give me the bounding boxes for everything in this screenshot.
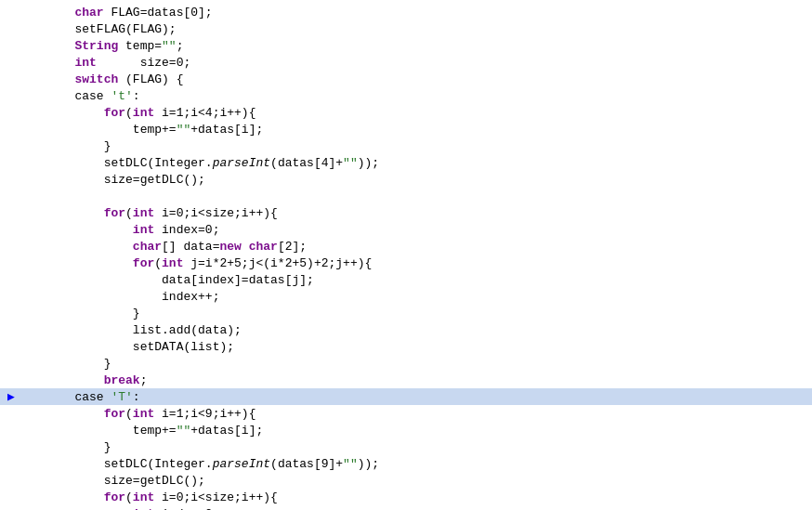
line-text: for(int i=1;i<9;i++){	[17, 407, 812, 421]
line-indicator	[7, 407, 15, 421]
code-line: }	[0, 438, 812, 455]
line-indicator: ▶	[7, 389, 15, 404]
line-indicator	[7, 106, 15, 120]
line-text: setDLC(Integer.parseInt(datas[9]+""));	[17, 457, 812, 471]
code-line: setDLC(Integer.parseInt(datas[9]+""));	[0, 455, 812, 472]
code-line: setDLC(Integer.parseInt(datas[4]+""));	[0, 154, 812, 171]
line-text: for(int i=1;i<4;i++){	[17, 106, 812, 120]
code-line: for(int i=1;i<9;i++){	[0, 405, 812, 422]
line-indicator	[7, 357, 15, 371]
line-text: char FLAG=datas[0];	[17, 6, 812, 20]
code-line: switch (FLAG) {	[0, 71, 812, 87]
line-indicator	[7, 507, 15, 511]
code-line: }	[0, 305, 812, 321]
line-text: for(int i=0;i<size;i++){	[17, 206, 812, 220]
code-line: size=getDLC();	[0, 171, 812, 188]
line-text: break;	[17, 373, 812, 387]
line-text: size=getDLC();	[17, 474, 812, 488]
code-editor: char FLAG=datas[0]; setFLAG(FLAG); Strin…	[0, 0, 812, 510]
line-indicator	[7, 323, 15, 337]
line-text: case 'T':	[17, 390, 812, 404]
code-line: int index=0;	[0, 505, 812, 510]
line-text: char[] data=new char[2];	[17, 240, 812, 254]
line-indicator	[7, 340, 15, 354]
code-line: char FLAG=datas[0];	[0, 4, 812, 20]
line-indicator	[7, 39, 15, 53]
code-line: list.add(data);	[0, 321, 812, 338]
line-indicator	[7, 173, 15, 187]
line-indicator	[7, 290, 15, 304]
code-line	[0, 188, 812, 204]
code-line: for(int i=1;i<4;i++){	[0, 104, 812, 121]
code-line: for(int i=0;i<size;i++){	[0, 489, 812, 505]
line-indicator	[7, 273, 15, 287]
line-indicator	[7, 440, 15, 454]
code-line: String temp="";	[0, 37, 812, 54]
line-text: String temp="";	[17, 39, 812, 53]
line-indicator	[7, 223, 15, 237]
line-text: switch (FLAG) {	[17, 72, 812, 86]
code-line: data[index]=datas[j];	[0, 271, 812, 288]
code-line: }	[0, 137, 812, 154]
line-indicator	[7, 123, 15, 137]
line-text: setDLC(Integer.parseInt(datas[4]+""));	[17, 156, 812, 170]
line-indicator	[7, 457, 15, 471]
line-text: setFLAG(FLAG);	[17, 22, 812, 36]
line-indicator	[7, 72, 15, 86]
line-indicator	[7, 56, 15, 70]
line-text: }	[17, 440, 812, 454]
line-text: index++;	[17, 290, 812, 304]
line-text: data[index]=datas[j];	[17, 273, 812, 287]
code-line: case 't':	[0, 87, 812, 104]
code-line: setDATA(list);	[0, 338, 812, 355]
line-indicator	[7, 139, 15, 153]
line-text: int index=0;	[17, 507, 812, 511]
line-text: setDATA(list);	[17, 340, 812, 354]
line-text: for(int j=i*2+5;j<(i*2+5)+2;j++){	[17, 256, 812, 270]
line-indicator	[7, 22, 15, 36]
line-text: list.add(data);	[17, 323, 812, 337]
line-text: size=getDLC();	[17, 173, 812, 187]
code-line: int index=0;	[0, 221, 812, 238]
line-text: }	[17, 307, 812, 320]
line-text: case 't':	[17, 89, 812, 103]
code-line: for(int j=i*2+5;j<(i*2+5)+2;j++){	[0, 255, 812, 271]
code-line: temp+=""+datas[i];	[0, 422, 812, 438]
line-text: int size=0;	[17, 56, 812, 70]
line-indicator	[7, 89, 15, 103]
line-indicator	[7, 190, 15, 203]
code-line: ▶ case 'T':	[0, 388, 812, 405]
line-text: for(int i=0;i<size;i++){	[17, 490, 812, 504]
line-indicator	[7, 256, 15, 270]
line-indicator	[7, 474, 15, 488]
line-indicator	[7, 240, 15, 254]
code-line: int size=0;	[0, 54, 812, 71]
code-line: char[] data=new char[2];	[0, 238, 812, 255]
code-line: setFLAG(FLAG);	[0, 20, 812, 37]
code-line: break;	[0, 372, 812, 388]
code-line: temp+=""+datas[i];	[0, 121, 812, 137]
line-text: int index=0;	[17, 223, 812, 237]
line-text: }	[17, 357, 812, 371]
line-indicator	[7, 307, 15, 320]
line-text: temp+=""+datas[i];	[17, 424, 812, 438]
line-indicator	[7, 156, 15, 170]
line-text: temp+=""+datas[i];	[17, 123, 812, 137]
line-indicator	[7, 490, 15, 504]
line-indicator	[7, 206, 15, 220]
code-line: }	[0, 355, 812, 372]
line-indicator	[7, 6, 15, 20]
code-line: for(int i=0;i<size;i++){	[0, 204, 812, 221]
code-line: size=getDLC();	[0, 472, 812, 489]
line-indicator	[7, 424, 15, 438]
code-line: index++;	[0, 288, 812, 305]
line-indicator	[7, 373, 15, 387]
line-text: }	[17, 139, 812, 153]
